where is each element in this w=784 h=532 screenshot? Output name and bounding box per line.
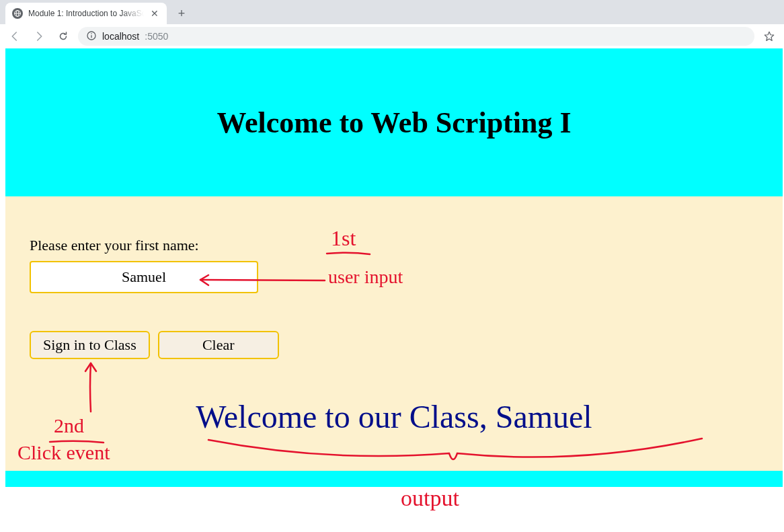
- address-bar[interactable]: localhost:5050: [78, 27, 754, 46]
- browser-tab[interactable]: Module 1: Introduction to JavaSc ✕: [5, 3, 167, 24]
- name-prompt-label: Please enter your first name:: [30, 237, 758, 254]
- browser-toolbar: localhost:5050: [0, 24, 784, 48]
- page-title: Welcome to Web Scripting I: [217, 106, 571, 140]
- info-icon: [86, 30, 97, 43]
- url-host: localhost: [102, 31, 139, 42]
- form-section: Please enter your first name: Sign in to…: [5, 196, 783, 471]
- page-header: Welcome to Web Scripting I: [5, 48, 783, 196]
- welcome-output: Welcome to our Class, Samuel: [30, 398, 758, 435]
- browser-chrome: Module 1: Introduction to JavaSc ✕ + loc…: [0, 0, 784, 48]
- svg-point-5: [91, 33, 92, 34]
- footer-stripe: [5, 471, 783, 487]
- back-button[interactable]: [5, 27, 24, 46]
- clear-button[interactable]: Clear: [158, 331, 279, 359]
- forward-button[interactable]: [30, 27, 48, 46]
- new-tab-button[interactable]: +: [172, 4, 191, 23]
- close-icon[interactable]: ✕: [149, 8, 160, 19]
- globe-icon: [12, 8, 23, 19]
- page-viewport: Welcome to Web Scripting I Please enter …: [5, 48, 783, 487]
- tab-bar: Module 1: Introduction to JavaSc ✕ +: [0, 0, 784, 24]
- url-port: :5050: [145, 31, 168, 42]
- button-row: Sign in to Class Clear: [30, 331, 758, 359]
- sign-in-button[interactable]: Sign in to Class: [30, 331, 150, 359]
- reload-button[interactable]: [54, 27, 73, 46]
- bookmark-star-icon[interactable]: [760, 27, 779, 46]
- annotation-output-label: output: [401, 486, 459, 511]
- first-name-input[interactable]: [30, 261, 258, 293]
- tab-title: Module 1: Introduction to JavaSc: [28, 9, 144, 18]
